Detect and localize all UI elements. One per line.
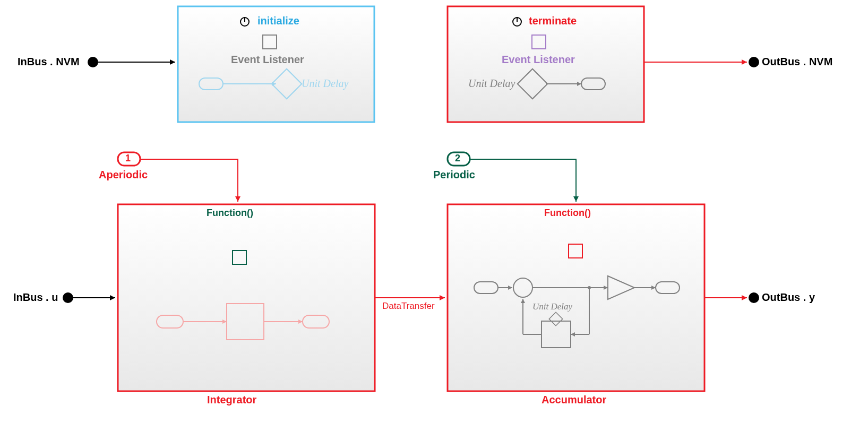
accumulator-function: Function(): [544, 208, 591, 219]
accumulator-unit-delay: Unit Delay: [532, 301, 572, 312]
svg-rect-21: [448, 204, 704, 391]
integrator-function: Function(): [207, 208, 253, 219]
aperiodic-label: Aperiodic: [99, 169, 148, 181]
signal-periodic: [470, 159, 576, 202]
initialize-event-listener: Event Listener: [231, 54, 304, 66]
outbus-y-port[interactable]: [749, 292, 759, 303]
accumulator-block[interactable]: [448, 204, 704, 391]
initialize-unit-delay: Unit Delay: [302, 77, 348, 90]
terminate-event-listener: Event Listener: [502, 54, 575, 66]
initialize-title: initialize: [257, 15, 299, 27]
outbus-nvm-label: OutBus . NVM: [762, 56, 832, 68]
integrator-name: Integrator: [207, 394, 256, 406]
outbus-nvm-port[interactable]: [749, 57, 759, 67]
accumulator-name: Accumulator: [542, 394, 606, 406]
svg-rect-14: [118, 204, 375, 391]
terminate-unit-delay: Unit Delay: [468, 77, 515, 90]
diagram-canvas: [0, 0, 868, 423]
inbus-u-port[interactable]: [63, 292, 73, 303]
integrator-block[interactable]: [118, 204, 375, 391]
inbus-nvm-label: InBus . NVM: [18, 56, 80, 68]
signal-aperiodic: [140, 159, 238, 202]
inbus-nvm-port[interactable]: [88, 57, 98, 67]
periodic-port-number: 2: [455, 153, 460, 164]
outbus-y-label: OutBus . y: [762, 291, 815, 304]
data-transfer-label: DataTransfer: [382, 301, 435, 312]
aperiodic-port-number: 1: [125, 153, 131, 164]
inbus-u-label: InBus . u: [13, 291, 58, 304]
periodic-label: Periodic: [433, 169, 475, 181]
terminate-title: terminate: [529, 15, 577, 27]
